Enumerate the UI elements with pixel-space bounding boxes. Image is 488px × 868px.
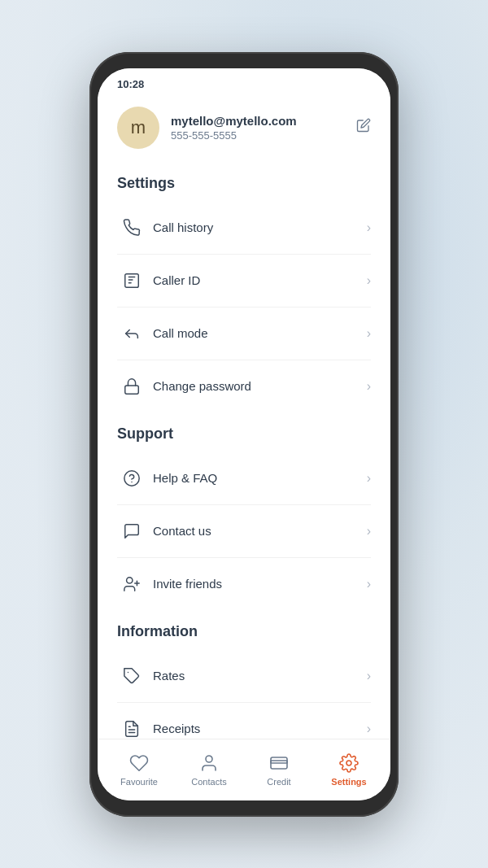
settings-nav-label: Settings <box>331 777 366 787</box>
contacts-nav-label: Contacts <box>191 777 226 787</box>
chevron-right-icon: › <box>367 669 371 683</box>
menu-item-caller-id[interactable]: Caller ID › <box>117 255 371 308</box>
bottom-nav: Favourite Contacts Credit <box>98 739 390 800</box>
help-faq-label: Help & FAQ <box>153 471 367 485</box>
invite-icon <box>117 569 146 599</box>
avatar: m <box>117 107 159 149</box>
gear-icon <box>338 752 359 774</box>
nav-credit[interactable]: Credit <box>244 752 314 787</box>
caller-id-label: Caller ID <box>153 273 367 287</box>
heart-icon <box>129 752 150 774</box>
time: 10:28 <box>117 78 144 90</box>
svg-point-16 <box>346 761 351 765</box>
information-title: Information <box>117 623 371 640</box>
invite-friends-label: Invite friends <box>153 577 367 591</box>
menu-item-change-password[interactable]: Change password › <box>117 360 371 412</box>
information-section: Information <box>98 610 390 650</box>
question-icon <box>117 464 146 493</box>
support-items: Help & FAQ › Contact us › Invite fri <box>98 452 390 610</box>
user-info: mytello@mytello.com 555-555-5555 <box>171 114 356 142</box>
user-phone: 555-555-5555 <box>171 129 356 142</box>
svg-point-3 <box>127 577 133 582</box>
tag-icon <box>117 661 146 691</box>
user-header: m mytello@mytello.com 555-555-5555 <box>98 97 390 162</box>
screen-content: m mytello@mytello.com 555-555-5555 Setti… <box>98 97 390 739</box>
menu-item-help-faq[interactable]: Help & FAQ › <box>117 452 371 505</box>
phone-history-icon <box>117 213 146 242</box>
nav-settings[interactable]: Settings <box>314 752 384 787</box>
menu-item-contact-us[interactable]: Contact us › <box>117 505 371 558</box>
receipt-icon <box>117 714 146 739</box>
credit-icon <box>268 752 290 774</box>
change-password-label: Change password <box>153 379 367 393</box>
user-email: mytello@mytello.com <box>171 114 356 128</box>
svg-rect-15 <box>271 761 287 763</box>
support-title: Support <box>117 425 371 443</box>
nav-favourite[interactable]: Favourite <box>104 752 174 787</box>
call-mode-label: Call mode <box>153 326 367 340</box>
chevron-right-icon: › <box>367 471 371 486</box>
credit-nav-label: Credit <box>267 777 290 787</box>
svg-rect-1 <box>125 386 139 394</box>
chat-icon <box>117 517 146 546</box>
chevron-right-icon: › <box>367 326 371 341</box>
menu-item-call-mode[interactable]: Call mode › <box>117 308 371 360</box>
settings-items: Call history › Caller ID › Call mode <box>98 202 390 412</box>
lock-icon <box>117 372 146 401</box>
phone-screen: 10:28 m mytello@mytello.com 555-555-5555 <box>98 68 390 800</box>
chevron-right-icon: › <box>367 722 371 736</box>
person-icon <box>198 752 220 774</box>
information-items: Rates › Receipts › About mytello <box>98 650 390 739</box>
chevron-right-icon: › <box>367 220 371 235</box>
call-mode-icon <box>117 319 146 348</box>
chevron-right-icon: › <box>367 577 371 591</box>
status-bar: 10:28 <box>98 68 390 97</box>
phone-frame: 10:28 m mytello@mytello.com 555-555-5555 <box>89 52 399 817</box>
chevron-right-icon: › <box>367 273 371 288</box>
settings-section: Settings <box>98 162 390 202</box>
call-history-label: Call history <box>153 220 367 234</box>
rates-label: Rates <box>153 669 367 683</box>
menu-item-invite-friends[interactable]: Invite friends › <box>117 558 371 610</box>
edit-icon[interactable] <box>356 118 371 137</box>
svg-point-2 <box>124 470 139 485</box>
caller-id-icon <box>117 266 146 295</box>
settings-title: Settings <box>117 175 371 192</box>
chevron-right-icon: › <box>367 524 371 539</box>
support-section: Support <box>98 412 390 452</box>
favourite-nav-label: Favourite <box>120 777 158 787</box>
nav-contacts[interactable]: Contacts <box>174 752 244 787</box>
chevron-right-icon: › <box>367 379 371 394</box>
menu-item-receipts[interactable]: Receipts › <box>117 703 371 739</box>
contact-us-label: Contact us <box>153 524 367 538</box>
menu-item-rates[interactable]: Rates › <box>117 650 371 703</box>
menu-item-call-history[interactable]: Call history › <box>117 202 371 255</box>
svg-point-13 <box>206 756 212 762</box>
svg-rect-0 <box>125 273 139 287</box>
receipts-label: Receipts <box>153 722 367 735</box>
